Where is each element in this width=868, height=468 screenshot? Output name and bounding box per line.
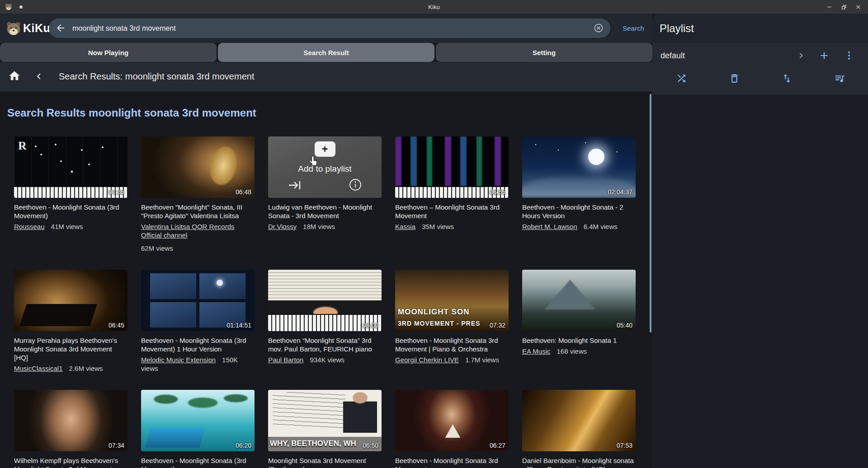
video-thumbnail[interactable]: 06:20	[141, 390, 255, 451]
video-views: 6.4M views	[584, 223, 618, 230]
video-card[interactable]: 06:55 Beethoven – Moonlight Sonata 3rd M…	[395, 136, 509, 253]
playlist-actions	[652, 66, 868, 90]
video-title: Ludwig van Beethoven - Moonlight Sonata …	[268, 203, 382, 220]
video-views: 168 views	[557, 347, 587, 355]
video-card[interactable]: R 07:35 Beethoven - Moonlight Sonata (3r…	[14, 136, 127, 253]
restore-icon	[841, 4, 847, 10]
maximize-button[interactable]	[836, 0, 851, 14]
playlist-empty-area	[652, 94, 868, 468]
video-title: Beethoven: Moonlight Sonata 1	[522, 336, 636, 345]
home-button[interactable]	[7, 70, 22, 84]
mountain-art	[545, 280, 595, 309]
video-views: 934K views	[310, 356, 344, 364]
video-channel-link[interactable]: Melodic Music Extension	[141, 356, 216, 364]
video-thumbnail[interactable]: 07:53	[522, 390, 636, 451]
video-thumbnail[interactable]: 06:48	[141, 136, 255, 198]
trash-icon	[729, 73, 740, 84]
video-card[interactable]: 06:48 Beethoven "Moonlight" Sonata, III …	[141, 136, 255, 253]
playlist-expand-button[interactable]	[796, 50, 807, 61]
video-thumbnail[interactable]: 02:04:37	[522, 136, 636, 198]
video-card[interactable]: 02:04:37 Beethoven - Moonlight Sonata - …	[522, 136, 636, 253]
thumbnail-caption: WHY, BEETHOVEN, WH	[270, 439, 356, 448]
page-title: Search Results: moonlight sonata 3rd mov…	[59, 71, 254, 82]
video-info-button[interactable]	[348, 178, 363, 192]
video-thumbnail[interactable]: 06:55	[395, 136, 509, 198]
video-title: Beethoven - Moonlight Sonata 3rd Movemen…	[395, 336, 509, 353]
video-thumbnail[interactable]: + Add to playlist	[268, 136, 382, 198]
play-next-button[interactable]	[287, 179, 302, 192]
video-card[interactable]: 01:14:51 Beethoven - Moonlight Sonata (3…	[141, 270, 255, 373]
add-playlist-button[interactable]	[818, 50, 830, 61]
search-bar[interactable]	[49, 19, 610, 38]
video-channel-link[interactable]: Valentina Lisitsa QOR Records Official c…	[141, 223, 234, 239]
video-title: Moonlight Sonata 3rd Movement (Beethoven…	[268, 456, 382, 468]
shuffle-button[interactable]	[676, 73, 687, 84]
playlist-menu-button[interactable]	[844, 50, 854, 61]
video-thumbnail[interactable]: 01:14:51	[141, 270, 255, 331]
pianist-art	[207, 144, 241, 187]
video-title: Beethoven - Moonlight Sonata (3rd Moveme…	[141, 336, 255, 353]
add-to-playlist-label: Add to playlist	[268, 164, 382, 174]
back-button[interactable]	[33, 70, 45, 83]
results-area: Search Results moonlight sonata 3rd move…	[0, 91, 652, 468]
minimize-button[interactable]	[822, 0, 836, 14]
close-button[interactable]	[851, 0, 865, 14]
queue-music-button[interactable]	[834, 73, 845, 84]
search-back-button[interactable]	[55, 23, 66, 34]
video-title: Beethoven "Moonlight" Sonata, III "Prest…	[141, 203, 255, 220]
kebab-menu-icon	[844, 50, 854, 61]
video-channel-link[interactable]: Kassia	[395, 223, 415, 230]
video-thumbnail[interactable]: 07:34	[14, 390, 127, 451]
video-card[interactable]: 06:20 Beethoven - Moonlight Sonata (3rd …	[141, 390, 255, 468]
video-thumbnail[interactable]: WHY, BEETHOVEN, WH 06:50	[268, 390, 382, 451]
video-card[interactable]: 07:53 Daniel Barenboim - Moonlight sonat…	[522, 390, 636, 468]
video-thumbnail[interactable]: 06:45	[14, 270, 127, 331]
playlist-title: Playlist	[660, 22, 694, 35]
video-card[interactable]: 08:00 Beethoven “Moonlight Sonata” 3rd m…	[268, 270, 382, 373]
grand-piano-art	[19, 304, 97, 326]
shuffle-icon	[676, 73, 687, 84]
search-button[interactable]: Search	[618, 14, 649, 43]
video-channel-link[interactable]: Rousseau	[14, 223, 45, 230]
video-thumbnail[interactable]: 05:40	[522, 270, 636, 331]
video-card-hovered[interactable]: + Add to playlist	[268, 136, 382, 253]
sort-button[interactable]	[781, 73, 793, 84]
tab-setting[interactable]: Setting	[436, 43, 652, 62]
play-next-icon	[288, 179, 302, 192]
person-art	[343, 392, 377, 433]
tab-search-result[interactable]: Search Result	[218, 43, 434, 62]
moon-art	[588, 149, 604, 165]
video-channel-link[interactable]: Robert M. Lawson	[522, 223, 577, 230]
video-thumbnail[interactable]: 06:27	[395, 390, 509, 451]
search-input[interactable]	[72, 24, 593, 33]
video-card[interactable]: 06:45 Murray Perahia plays Beethoven's M…	[14, 270, 127, 373]
thumbnail-caption: 3RD MOVEMENT - PRES	[398, 320, 480, 327]
video-views: 35M views	[422, 223, 454, 230]
video-card[interactable]: 06:27 Beethoven - Moonlight Sonata 3rd M…	[395, 390, 509, 468]
add-to-playlist-overlay: + Add to playlist	[268, 136, 382, 198]
video-channel-link[interactable]: EA Music	[522, 347, 551, 355]
clear-search-button[interactable]	[593, 23, 604, 34]
video-card[interactable]: WHY, BEETHOVEN, WH 06:50 Moonlight Sonat…	[268, 390, 382, 468]
beethoven-portrait-art	[445, 424, 460, 438]
sheet-music-art	[268, 270, 382, 300]
info-icon	[349, 178, 362, 192]
delete-playlist-item-button[interactable]	[729, 73, 740, 84]
tab-now-playing[interactable]: Now Playing	[0, 43, 217, 62]
app-name: KiKu	[23, 22, 50, 35]
video-channel-link[interactable]: Paul Barton	[268, 356, 303, 364]
video-title: Murray Perahia plays Beethoven's Moonlig…	[14, 336, 127, 362]
video-channel-link[interactable]: Dr.Viossy	[268, 223, 297, 230]
scrollbar-thumb[interactable]	[650, 94, 651, 332]
video-thumbnail[interactable]: R 07:35	[14, 136, 127, 198]
video-channel-link[interactable]: MusicClassical1	[14, 365, 63, 372]
sheet-scribbles-art	[273, 392, 345, 428]
video-thumbnail[interactable]: MOONLIGHT SON 3RD MOVEMENT - PRES 07:32	[395, 270, 509, 331]
video-card[interactable]: MOONLIGHT SON 3RD MOVEMENT - PRES 07:32 …	[395, 270, 509, 373]
video-card[interactable]: 07:34 Wilhelm Kempff plays Beethoven's M…	[14, 390, 127, 468]
plus-icon	[818, 50, 830, 61]
results-heading: Search Results moonlight sonata 3rd move…	[7, 107, 652, 119]
video-channel-link[interactable]: Georgii Cherkin LIVE	[395, 356, 459, 364]
video-card[interactable]: 05:40 Beethoven: Moonlight Sonata 1 EA M…	[522, 270, 636, 373]
video-thumbnail[interactable]: 08:00	[268, 270, 382, 331]
